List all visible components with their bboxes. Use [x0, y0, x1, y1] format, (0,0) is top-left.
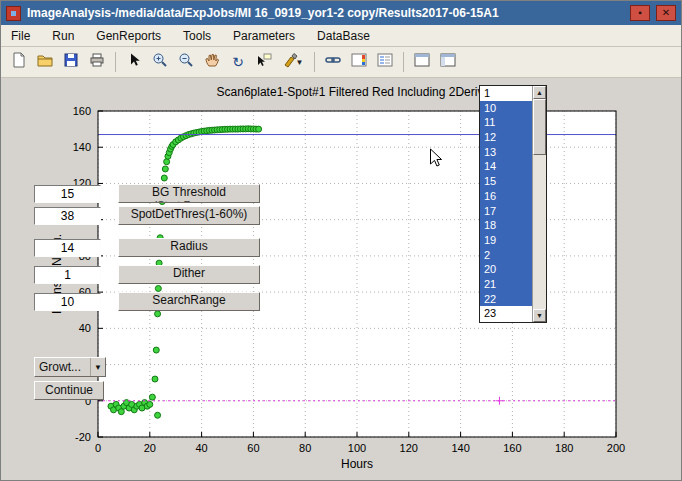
param-input-4[interactable]	[34, 293, 101, 311]
save-button[interactable]	[59, 50, 83, 74]
window-title: ImageAnalysis-/media/data/ExpJobs/MI 16_…	[27, 6, 624, 20]
listbox-item[interactable]: 11	[480, 115, 532, 130]
zoom-out-icon	[178, 52, 194, 72]
param-button-2[interactable]: Radius	[118, 238, 260, 257]
param-button-0[interactable]: BG Threshold(Start Recomp	[118, 184, 260, 203]
open-file-button[interactable]	[33, 50, 57, 74]
menu-item-run[interactable]: Run	[52, 29, 74, 43]
svg-text:-20: -20	[75, 431, 91, 443]
svg-text:120: 120	[400, 442, 418, 454]
svg-text:160: 160	[503, 442, 521, 454]
figure-area: 020406080100120140160180200-200204060801…	[1, 78, 682, 481]
pan-hand-icon	[204, 52, 220, 72]
param-button-4[interactable]: SearchRange	[118, 292, 260, 311]
menu-item-parameters[interactable]: Parameters	[233, 29, 295, 43]
rotate-3d-icon: ↻	[232, 54, 244, 70]
listbox-item[interactable]: 18	[480, 218, 532, 233]
spot-number-listbox[interactable]: 110111213141516171819220212223 ▲ ▼	[479, 85, 547, 323]
show-plot-tools-button[interactable]	[436, 50, 460, 74]
listbox-item[interactable]: 1	[480, 86, 532, 101]
menu-item-tools[interactable]: Tools	[183, 29, 211, 43]
param-input-0[interactable]	[34, 185, 101, 203]
chevron-down-icon[interactable]: ▼	[90, 358, 105, 376]
open-file-icon	[37, 52, 53, 72]
toolbar-separator	[115, 52, 116, 72]
scroll-up-icon[interactable]: ▲	[533, 86, 546, 99]
app-icon	[6, 6, 21, 21]
listbox-item[interactable]: 12	[480, 130, 532, 145]
param-input-3[interactable]	[34, 266, 101, 284]
listbox-scrollbar[interactable]: ▲ ▼	[532, 86, 546, 322]
listbox-item[interactable]: 16	[480, 189, 532, 204]
close-button[interactable]: ✕	[656, 5, 676, 21]
svg-text:80: 80	[299, 442, 311, 454]
scroll-down-icon[interactable]: ▼	[533, 309, 546, 322]
minimize-button[interactable]: ▪	[630, 5, 650, 21]
menu-item-genreports[interactable]: GenReports	[96, 29, 161, 43]
app-window: ImageAnalysis-/media/data/ExpJobs/MI 16_…	[0, 0, 682, 481]
print-icon	[89, 52, 105, 72]
show-plot-tools-icon	[440, 52, 456, 72]
svg-text:100: 100	[348, 442, 366, 454]
listbox-item[interactable]: 21	[480, 277, 532, 292]
link-plot-icon	[325, 52, 341, 72]
print-button[interactable]	[85, 50, 109, 74]
toolbar: ↻ ▼	[1, 47, 681, 78]
link-plot-button[interactable]	[321, 50, 345, 74]
zoom-in-button[interactable]	[148, 50, 172, 74]
menubar: FileRunGenReportsToolsParametersDataBase	[1, 25, 681, 47]
titlebar: ImageAnalysis-/media/data/ExpJobs/MI 16_…	[1, 1, 681, 25]
brush-button[interactable]: ▼	[278, 50, 308, 74]
continue-button[interactable]: Continue	[34, 381, 104, 400]
listbox-item[interactable]: 10	[480, 101, 532, 116]
listbox-item[interactable]: 19	[480, 233, 532, 248]
zoom-in-icon	[152, 52, 168, 72]
data-cursor-icon	[256, 52, 272, 72]
edit-plot-button[interactable]	[122, 50, 146, 74]
svg-text:180: 180	[555, 442, 573, 454]
svg-text:Hours: Hours	[341, 457, 373, 471]
svg-text:140: 140	[451, 442, 469, 454]
svg-text:0: 0	[95, 442, 101, 454]
new-file-button[interactable]	[7, 50, 31, 74]
param-button-sublabel: (Start Recomp	[119, 200, 259, 203]
scrollbar-thumb[interactable]	[533, 99, 546, 155]
menu-item-file[interactable]: File	[11, 29, 30, 43]
hide-plot-tools-icon	[414, 52, 430, 72]
listbox-item[interactable]: 17	[480, 204, 532, 219]
listbox-item[interactable]: 20	[480, 262, 532, 277]
data-cursor-button[interactable]	[252, 50, 276, 74]
param-button-3[interactable]: Dither	[118, 265, 260, 284]
insert-legend-button[interactable]	[373, 50, 397, 74]
rotate-3d-button[interactable]: ↻	[226, 50, 250, 74]
svg-text:40: 40	[195, 442, 207, 454]
hide-plot-tools-button[interactable]	[410, 50, 434, 74]
svg-text:200: 200	[607, 442, 625, 454]
save-icon	[63, 52, 79, 72]
svg-text:Scan6plate1-Spot#1 Filtered Re: Scan6plate1-Spot#1 Filtered Red Includin…	[217, 85, 498, 99]
svg-text:140: 140	[73, 141, 91, 153]
svg-text:60: 60	[247, 442, 259, 454]
insert-colorbar-button[interactable]	[347, 50, 371, 74]
new-file-icon	[11, 52, 27, 72]
growth-select[interactable]: Growt... ▼	[34, 357, 106, 377]
listbox-items: 110111213141516171819220212223	[480, 86, 532, 322]
growth-curve-plot[interactable]: 020406080100120140160180200-200204060801…	[1, 78, 682, 481]
listbox-item[interactable]: 14	[480, 159, 532, 174]
pan-hand-button[interactable]	[200, 50, 224, 74]
listbox-item[interactable]: 2	[480, 248, 532, 263]
toolbar-separator	[403, 52, 404, 72]
insert-legend-icon	[377, 52, 393, 72]
menu-item-database[interactable]: DataBase	[317, 29, 370, 43]
toolbar-separator	[314, 52, 315, 72]
param-button-1[interactable]: SpotDetThres(1-60%)	[118, 206, 260, 225]
svg-text:160: 160	[73, 105, 91, 117]
zoom-out-button[interactable]	[174, 50, 198, 74]
param-input-2[interactable]	[34, 239, 101, 257]
listbox-item[interactable]: 23	[480, 306, 532, 321]
listbox-item[interactable]: 13	[480, 145, 532, 160]
brush-dropdown-caret-icon[interactable]: ▼	[296, 58, 304, 67]
listbox-item[interactable]: 15	[480, 174, 532, 189]
param-input-1[interactable]	[34, 207, 101, 225]
listbox-item[interactable]: 22	[480, 292, 532, 307]
